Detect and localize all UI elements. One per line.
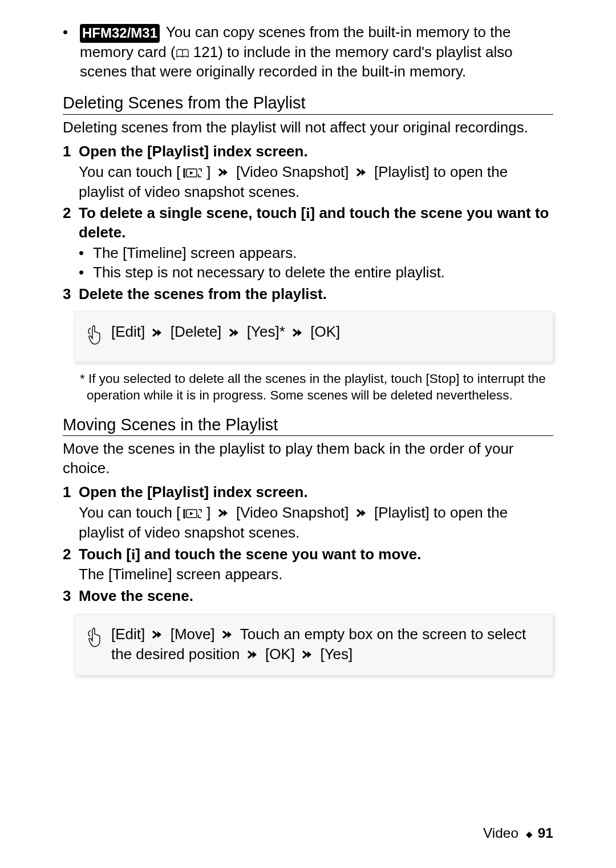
step-sub: The [Timeline] screen appears. — [79, 565, 553, 584]
step-head: Move the scene. — [79, 587, 553, 606]
touch-hand-icon — [86, 626, 104, 654]
move-step-2: 2 Touch [i] and touch the scene you want… — [63, 545, 553, 585]
touch-sequence-move: [Edit] [Move] Touch an empty box on the … — [74, 614, 553, 676]
footer-page-number: 91 — [538, 825, 553, 841]
diamond-icon: ◆ — [526, 829, 533, 839]
step-sub: You can touch [] [Video Snapshot] [Playl… — [79, 163, 553, 202]
seq-item: [Edit] — [111, 625, 145, 643]
delete-step-1: 1 Open the [Playlist] index screen. You … — [63, 142, 553, 202]
step-head: Touch [i] and touch the scene you want t… — [79, 545, 553, 564]
text: You can touch [ — [79, 163, 180, 180]
step-number: 3 — [63, 285, 79, 304]
model-badge: HFM32/M31 — [80, 24, 160, 43]
info-icon: i — [306, 205, 310, 221]
arrow-icon — [246, 645, 259, 665]
text: To delete a single scene, touch [ — [79, 204, 306, 221]
seq-item: [Yes]* — [247, 323, 285, 340]
delete-intro: Deleting scenes from the playlist will n… — [63, 118, 553, 138]
step-bullet: This step is not necessary to delete the… — [79, 263, 553, 282]
text: ] and touch the scene you want to move. — [135, 546, 421, 563]
move-step-1: 1 Open the [Playlist] index screen. You … — [63, 483, 553, 543]
delete-footnote: * If you selected to delete all the scen… — [70, 370, 553, 404]
seq-item: [Edit] — [111, 323, 145, 340]
arrow-icon — [221, 625, 234, 645]
open-book-icon — [176, 43, 189, 60]
step-head: Open the [Playlist] index screen. — [79, 142, 553, 162]
text: [Video Snapshot] — [236, 504, 349, 521]
touch-sequence-delete: [Edit] [Delete] [Yes]* [OK] — [74, 312, 553, 362]
step-sub: You can touch [] [Video Snapshot] [Playl… — [79, 503, 553, 543]
step-number: 3 — [63, 587, 79, 606]
section-title-delete: Deleting Scenes from the Playlist — [63, 92, 553, 115]
move-intro: Move the scenes in the playlist to play … — [63, 439, 553, 478]
index-screen-icon — [180, 508, 206, 519]
arrow-icon — [355, 163, 368, 183]
step-number: 1 — [63, 142, 79, 202]
text: ] — [206, 504, 214, 521]
step-head: To delete a single scene, touch [i] and … — [79, 204, 553, 243]
sequence-content: [Edit] [Move] Touch an empty box on the … — [111, 625, 541, 665]
text: [Video Snapshot] — [236, 163, 349, 180]
step-number: 2 — [63, 204, 79, 282]
delete-step-2: 2 To delete a single scene, touch [i] an… — [63, 204, 553, 282]
arrow-icon — [228, 324, 241, 343]
move-step-3: 3 Move the scene. — [63, 587, 553, 606]
svg-marker-4 — [190, 512, 193, 515]
step-bullet: The [Timeline] screen appears. — [79, 244, 553, 263]
step-number: 2 — [63, 545, 79, 585]
touch-hand-icon — [86, 324, 104, 352]
section-title-move: Moving Scenes in the Playlist — [63, 414, 553, 437]
page-footer: Video ◆ 91 — [483, 824, 553, 842]
svg-marker-2 — [190, 171, 193, 175]
step-number: 1 — [63, 483, 79, 543]
text: ] — [206, 163, 214, 180]
arrow-icon — [291, 324, 304, 343]
seq-item: [Move] — [171, 625, 215, 643]
sequence-content: [Edit] [Delete] [Yes]* [OK] — [111, 322, 541, 342]
arrow-icon — [151, 324, 164, 343]
arrow-icon — [301, 645, 314, 665]
text: Touch [ — [79, 546, 131, 563]
footer-section: Video — [483, 825, 518, 841]
arrow-icon — [217, 504, 230, 523]
seq-item: [Yes] — [320, 645, 352, 663]
step-head: Delete the scenes from the playlist. — [79, 285, 553, 304]
arrow-icon — [355, 504, 368, 523]
top-note-bullet: HFM32/M31 You can copy scenes from the b… — [63, 23, 553, 81]
page: HFM32/M31 You can copy scenes from the b… — [0, 0, 616, 868]
index-screen-icon — [180, 167, 206, 179]
text: You can touch [ — [79, 504, 180, 521]
seq-item: [OK] — [265, 645, 295, 663]
delete-step-3: 3 Delete the scenes from the playlist. — [63, 285, 553, 304]
seq-item: [Delete] — [171, 323, 222, 340]
seq-item: [OK] — [310, 323, 340, 340]
arrow-icon — [151, 625, 164, 645]
arrow-icon — [217, 163, 230, 183]
step-head: Open the [Playlist] index screen. — [79, 483, 553, 502]
